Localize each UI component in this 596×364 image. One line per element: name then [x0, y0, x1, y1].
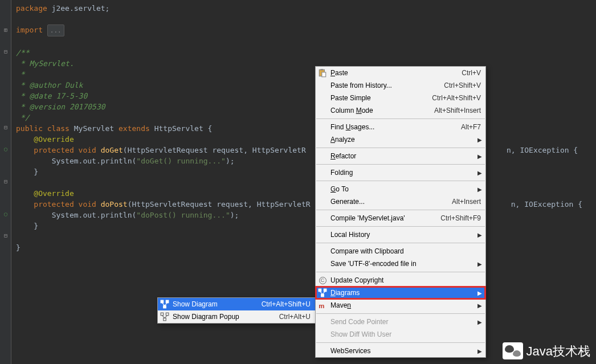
brace: } [34, 167, 38, 176]
editor-context-menu: Paste Ctrl+V Paste from History... Ctrl+… [315, 66, 486, 358]
watermark-text: Java技术栈 [526, 346, 590, 357]
menu-item-refactor[interactable]: Refactor ▶ [316, 150, 485, 162]
menu-separator [316, 313, 485, 314]
svg-line-4 [165, 303, 168, 306]
maven-icon: m [318, 301, 327, 310]
javadoc-open: /** [14, 47, 596, 58]
menu-item-compile[interactable]: Compile 'MyServlet.java' Ctrl+Shift+F9 [316, 212, 485, 224]
menu-item-compare-clipboard[interactable]: Compare with Clipboard [316, 245, 485, 257]
diagram-icon [160, 312, 169, 321]
svg-line-17 [323, 292, 325, 295]
menu-item-send-code: Send Code Pointer ▶ [316, 316, 485, 328]
javadoc-tag: * @date [16, 92, 52, 100]
super-class: HttpServlet [154, 124, 203, 133]
params: (HttpServletRequest request, HttpServlet… [123, 146, 306, 154]
menu-item-column-mode[interactable]: Column Mode Alt+Shift+Insert [316, 104, 485, 117]
submenu-arrow-icon: ▶ [477, 346, 482, 357]
menu-item-local-history[interactable]: Local History ▶ [316, 228, 485, 241]
menu-item-show-diagram-popup[interactable]: Show Diagram Popup Ctrl+Alt+U [158, 310, 315, 323]
menu-shortcut: Ctrl+Shift+V [444, 80, 481, 91]
menu-item-diagrams[interactable]: Diagrams ▶ [316, 287, 485, 299]
menu-label: WebServices [330, 346, 481, 357]
menu-separator [316, 342, 485, 343]
menu-separator [316, 210, 485, 210]
menu-separator [316, 148, 485, 148]
menu-item-goto[interactable]: Go To ▶ [316, 183, 485, 195]
menu-item-update-copyright[interactable]: C Update Copyright [316, 274, 485, 287]
svg-rect-2 [164, 305, 166, 308]
svg-rect-5 [161, 313, 164, 316]
menu-separator [316, 164, 485, 165]
sysout: System [52, 157, 79, 165]
sysout: System [52, 211, 79, 219]
menu-label: Show Diagram [173, 299, 250, 310]
menu-separator [316, 118, 485, 119]
class-name: MyServlet [74, 124, 114, 133]
menu-label: Send Code Pointer [330, 317, 481, 328]
menu-label: Compile 'MyServlet.java' [330, 213, 429, 224]
menu-label: Refactor [330, 151, 481, 162]
menu-label: Update Copyright [330, 275, 481, 286]
out-call: .out.println( [79, 157, 137, 165]
diagram-icon [160, 300, 169, 309]
paste-icon [318, 68, 327, 77]
menu-label: Generate... [330, 197, 440, 207]
string-literal: "doGet() running..." [136, 157, 226, 165]
annotation: @Override [34, 135, 74, 144]
menu-separator [316, 181, 485, 181]
menu-shortcut: Ctrl+Alt+U [279, 312, 311, 322]
menu-label: Column Mode [330, 105, 423, 116]
brace: } [34, 222, 38, 230]
method-name: doGet [101, 146, 123, 154]
brace: } [16, 243, 21, 252]
keyword: extends [114, 124, 154, 133]
menu-label: Find Usages... [330, 122, 450, 133]
menu-item-paste[interactable]: Paste Ctrl+V [316, 67, 485, 79]
menu-label: Show Diff With User [330, 329, 481, 340]
svg-line-16 [320, 292, 323, 295]
svg-rect-7 [164, 318, 166, 321]
menu-label: Paste Simple [330, 93, 421, 104]
keyword: protected void [34, 200, 100, 208]
submenu-arrow-icon: ▶ [477, 230, 482, 240]
menu-label: Maven [330, 300, 481, 311]
menu-item-webservices[interactable]: WebServices ▶ [316, 345, 485, 357]
menu-shortcut: Ctrl+Alt+Shift+U [262, 299, 311, 310]
menu-label: Paste from History... [330, 80, 432, 91]
menu-item-paste-history[interactable]: Paste from History... Ctrl+Shift+V [316, 79, 485, 92]
menu-label: Show Diagram Popup [173, 312, 268, 322]
javadoc-tag: * @version [16, 103, 65, 111]
javadoc-close: */ [14, 112, 596, 123]
menu-item-paste-simple[interactable]: Paste Simple Ctrl+Alt+Shift+V [316, 92, 485, 104]
menu-item-find-usages[interactable]: Find Usages... Alt+F7 [316, 121, 485, 133]
svg-line-3 [162, 303, 165, 306]
menu-shortcut: Alt+F7 [461, 122, 481, 133]
stmt-end: ); [230, 211, 239, 219]
svg-line-8 [162, 316, 165, 318]
javadoc-value: Dulk [60, 81, 83, 89]
javadoc-value: 17-5-30 [52, 92, 88, 100]
svg-rect-6 [166, 313, 169, 316]
menu-item-show-diagram[interactable]: Show Diagram Ctrl+Alt+Shift+U [158, 298, 315, 310]
svg-rect-0 [161, 300, 164, 303]
menu-label: Go To [330, 184, 481, 195]
submenu-arrow-icon: ▶ [477, 300, 482, 311]
menu-item-analyze[interactable]: Analyze ▶ [316, 133, 485, 146]
svg-text:m: m [319, 302, 324, 309]
svg-line-9 [165, 316, 168, 318]
watermark: Java技术栈 [503, 342, 590, 359]
menu-separator [316, 226, 485, 227]
copyright-icon: C [318, 276, 327, 285]
menu-item-generate[interactable]: Generate... Alt+Insert [316, 195, 485, 208]
svg-rect-13 [319, 289, 321, 292]
diagram-icon [318, 288, 327, 297]
menu-item-save-encoding[interactable]: Save 'UTF-8'-encoded file in ▶ [316, 257, 485, 270]
import-fold[interactable]: ... [47, 24, 64, 36]
params-rest: n, IOException { [511, 200, 582, 208]
brace: { [203, 124, 213, 133]
annotation: @Override [34, 189, 74, 198]
menu-item-folding[interactable]: Folding ▶ [316, 166, 485, 179]
svg-rect-11 [321, 69, 324, 70]
menu-label: Paste [330, 68, 450, 79]
menu-item-maven[interactable]: m Maven ▶ [316, 299, 485, 312]
